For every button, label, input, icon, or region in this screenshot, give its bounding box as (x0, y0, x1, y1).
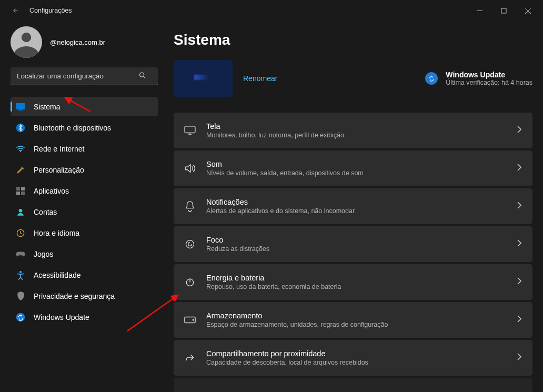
device-row: Renomear Windows Update Última verificaç… (174, 60, 532, 97)
accounts-icon (16, 207, 25, 217)
search-input[interactable] (11, 67, 158, 85)
card-subtitle: Reduza as distrações (206, 245, 517, 253)
svg-rect-6 (16, 187, 20, 190)
card-title: Armazenamento (206, 311, 517, 320)
card-title: Energia e bateria (206, 274, 517, 282)
device-thumbnail[interactable] (174, 60, 233, 97)
generic-icon (184, 390, 196, 392)
content: Sistema Renomear Windows Update Última v… (163, 21, 543, 392)
window-title: Configurações (29, 7, 72, 14)
windows-update-icon (16, 313, 25, 322)
card-som[interactable]: Som Níveis de volume, saída, entrada, di… (174, 150, 532, 186)
card-subtitle: Capacidade de descoberta, local de arqui… (206, 359, 517, 366)
card-armazenamento[interactable]: Armazenamento Espaço de armazenamento, u… (174, 302, 532, 338)
profile[interactable]: @nelogica.com.br (11, 26, 158, 58)
card-title: Som (206, 160, 517, 168)
sidebar-item-label: Jogos (34, 250, 53, 258)
storage-icon (184, 314, 196, 326)
close-button[interactable] (516, 2, 540, 19)
svg-rect-7 (21, 187, 25, 190)
rename-link[interactable]: Renomear (243, 74, 277, 83)
network-icon (16, 144, 25, 154)
chevron-right-icon (517, 315, 522, 325)
card-subtitle: Níveis de volume, saída, entrada, dispos… (206, 169, 517, 177)
maximize-button[interactable] (491, 2, 516, 19)
sidebar-item-rede[interactable]: Rede e Internet (11, 139, 158, 158)
svg-point-10 (19, 209, 23, 213)
card-subtitle: Monitores, brilho, luz noturna, perfil d… (206, 132, 517, 139)
card-subtitle: Alertas de aplicativos e do sistema, não… (206, 207, 517, 215)
sidebar: @nelogica.com.br Sistema Bluetooth e dis… (0, 21, 163, 392)
card-energia-bateria[interactable]: Energia e bateria Repouso, uso da bateri… (174, 264, 532, 300)
sidebar-item-aplicativos[interactable]: Aplicativos (11, 181, 158, 200)
chevron-right-icon (517, 202, 522, 211)
bluetooth-icon (16, 123, 25, 133)
svg-point-15 (186, 240, 194, 248)
windows-update-card[interactable]: Windows Update Última verificação: há 4 … (425, 71, 532, 86)
back-button[interactable] (11, 5, 21, 16)
svg-rect-3 (18, 109, 23, 110)
main-layout: @nelogica.com.br Sistema Bluetooth e dis… (0, 21, 543, 392)
sidebar-item-label: Privacidade e segurança (34, 292, 115, 300)
notifications-icon (184, 200, 196, 212)
display-icon (184, 125, 196, 136)
sidebar-item-contas[interactable]: Contas (11, 202, 158, 222)
card-partial[interactable] (174, 378, 532, 392)
card-title: Notificações (206, 198, 517, 206)
windows-update-icon (425, 72, 438, 85)
avatar (11, 26, 42, 58)
titlebar: Configurações (0, 0, 543, 21)
privacy-icon (16, 292, 25, 301)
svg-rect-0 (501, 8, 506, 13)
svg-point-12 (19, 271, 22, 273)
card-subtitle: Repouso, uso da bateria, economia de bat… (206, 283, 517, 290)
time-language-icon (16, 228, 25, 238)
sidebar-item-label: Sistema (34, 103, 61, 111)
card-notificacoes[interactable]: Notificações Alertas de aplicativos e do… (174, 188, 532, 224)
card-tela[interactable]: Tela Monitores, brilho, luz noturna, per… (174, 113, 532, 148)
sidebar-item-label: Windows Update (34, 313, 89, 321)
card-subtitle: Espaço de armazenamento, unidades, regra… (206, 321, 517, 328)
card-title: Foco (206, 236, 517, 244)
sidebar-item-jogos[interactable]: Jogos (11, 244, 158, 264)
card-title: Compartilhamento por proximidade (206, 349, 517, 358)
card-compartilhamento[interactable]: Compartilhamento por proximidade Capacid… (174, 340, 532, 376)
search-icon (138, 72, 146, 82)
windows-update-title: Windows Update (446, 71, 532, 79)
minimize-button[interactable] (467, 2, 491, 19)
sidebar-item-windows-update[interactable]: Windows Update (11, 307, 158, 327)
page-title: Sistema (174, 32, 532, 48)
svg-rect-9 (21, 192, 25, 195)
chevron-right-icon (517, 353, 522, 363)
profile-email: @nelogica.com.br (50, 38, 105, 46)
sidebar-item-hora[interactable]: Hora e idioma (11, 223, 158, 243)
sidebar-item-label: Rede e Internet (34, 145, 85, 153)
sidebar-item-label: Contas (34, 208, 57, 216)
sidebar-item-label: Aplicativos (34, 187, 69, 195)
power-icon (184, 276, 196, 288)
apps-icon (16, 186, 25, 196)
sidebar-item-label: Acessibilidade (34, 271, 81, 279)
sidebar-item-bluetooth[interactable]: Bluetooth e dispositivos (11, 118, 158, 137)
card-title: Tela (206, 122, 517, 130)
sidebar-item-acessibilidade[interactable]: Acessibilidade (11, 265, 158, 285)
system-icon (16, 102, 25, 112)
sound-icon (184, 163, 196, 174)
chevron-right-icon (517, 126, 522, 135)
svg-rect-8 (16, 192, 20, 195)
svg-rect-2 (16, 103, 25, 109)
chevron-right-icon (517, 239, 522, 249)
sidebar-item-privacidade[interactable]: Privacidade e segurança (11, 286, 158, 306)
windows-update-subtitle: Última verificação: há 4 horas (446, 79, 532, 86)
sidebar-item-label: Hora e idioma (34, 229, 79, 237)
sidebar-item-sistema[interactable]: Sistema (11, 97, 158, 116)
svg-rect-14 (185, 126, 195, 133)
search-input-wrap (11, 67, 158, 85)
sidebar-item-personalizacao[interactable]: Personalização (11, 160, 158, 179)
focus-icon (184, 238, 196, 250)
sidebar-item-label: Bluetooth e dispositivos (34, 124, 111, 132)
window-controls (467, 2, 540, 19)
svg-point-1 (140, 73, 144, 77)
card-foco[interactable]: Foco Reduza as distrações (174, 226, 532, 262)
sidebar-item-label: Personalização (34, 166, 84, 174)
